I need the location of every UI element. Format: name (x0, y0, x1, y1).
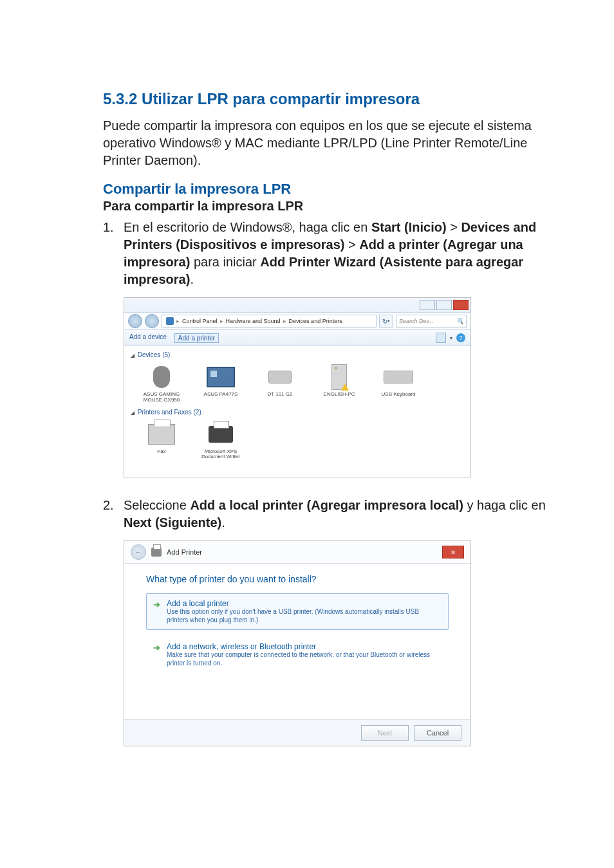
devices-row: ASUS GAMING MOUSE GX950 ASUS PA477S DT 1… (131, 360, 464, 407)
step-1-frag: En el escritorio de Windows®, haga clic … (124, 220, 371, 234)
monitor-icon (207, 367, 235, 387)
group-printers[interactable]: ◢ Printers and Faxes (2) (131, 409, 464, 416)
add-printer-link[interactable]: Add a printer (174, 333, 219, 343)
chevron-right-icon: ▸ (176, 318, 180, 324)
subheading-blue: Compartir la impresora LPR (103, 181, 556, 198)
step-2-dot: . (221, 515, 225, 530)
breadcrumb-item[interactable]: Hardware and Sound (226, 318, 281, 324)
subheading-black: Para compartir la impresora LPR (103, 199, 556, 214)
device-label: ENGLISH-PC (324, 392, 355, 398)
device-item[interactable]: ASUS PA477S (198, 364, 244, 403)
search-placeholder: Search Dev... (399, 318, 434, 324)
explorer-toolbar: Add a device Add a printer ▾ ? (124, 330, 470, 346)
breadcrumb[interactable]: ▸ Control Panel ▸ Hardware and Sound ▸ D… (162, 315, 377, 328)
wizard-heading: What type of printer do you want to inst… (146, 574, 449, 584)
printers-row: Fax Microsoft XPS Document Writer (131, 417, 464, 465)
option-add-network-printer[interactable]: ➔ Add a network, wireless or Bluetooth p… (146, 636, 449, 673)
device-label: DT 101 G2 (268, 392, 293, 398)
drive-icon (268, 371, 292, 383)
refresh-button[interactable]: ↻ ▾ (379, 315, 393, 328)
step-1: 1. En el escritorio de Windows®, haga cl… (103, 219, 556, 288)
printer-icon (209, 426, 233, 443)
step-2-bold: Next (Siguiente) (124, 515, 221, 530)
explorer-body: ◢ Devices (5) ASUS GAMING MOUSE GX950 AS… (124, 346, 470, 477)
step-2-frag: Seleccione (124, 498, 190, 512)
group-devices[interactable]: ◢ Devices (5) (131, 351, 464, 358)
option-description: Use this option only if you don't have a… (167, 608, 442, 624)
fax-icon (148, 424, 175, 445)
help-button[interactable]: ? (456, 333, 465, 342)
minimize-button[interactable] (420, 300, 435, 310)
breadcrumb-item[interactable]: Devices and Printers (289, 318, 342, 324)
intro-paragraph: Puede compartir la impresora con equipos… (103, 117, 556, 169)
printer-icon (151, 548, 162, 557)
search-input[interactable]: Search Dev... 🔍 (396, 315, 467, 328)
step-1-text: En el escritorio de Windows®, haga clic … (124, 219, 556, 288)
close-button[interactable]: ✕ (442, 546, 464, 559)
keyboard-icon (384, 371, 413, 383)
step-1-sep: > (447, 220, 461, 234)
collapse-icon: ◢ (131, 410, 135, 416)
wizard-titlebar: ← Add Printer ✕ (124, 541, 470, 564)
step-2-bold: Add a local printer (Agregar impresora l… (190, 498, 463, 512)
arrow-right-icon: ➔ (153, 643, 160, 652)
warning-icon (341, 383, 349, 391)
screenshot-devices-and-printers: ▸ Control Panel ▸ Hardware and Sound ▸ D… (124, 297, 471, 477)
explorer-nav: ▸ Control Panel ▸ Hardware and Sound ▸ D… (124, 313, 470, 330)
option-title: Add a local printer (167, 599, 442, 608)
step-1-dot: . (190, 272, 194, 286)
next-button[interactable]: Next (361, 725, 409, 741)
step-1-bold: Start (Inicio) (371, 220, 447, 234)
step-1-frag: para iniciar (190, 255, 260, 269)
mouse-icon (153, 366, 170, 388)
step-1-sep: > (344, 237, 359, 252)
refresh-icon: ↻ (382, 318, 387, 325)
control-panel-icon (166, 317, 174, 325)
step-2: 2. Seleccione Add a local printer (Agreg… (103, 497, 556, 531)
cancel-button[interactable]: Cancel (414, 725, 461, 741)
close-button[interactable] (453, 300, 469, 310)
wizard-body: What type of printer do you want to inst… (124, 564, 470, 719)
printer-label: Fax (157, 449, 165, 455)
back-button[interactable]: ← (131, 544, 146, 560)
device-item[interactable]: USB Keyboard (375, 364, 422, 403)
printer-label: Microsoft XPS Document Writer (198, 449, 244, 461)
search-icon: 🔍 (456, 318, 463, 324)
back-button[interactable] (128, 314, 142, 328)
wizard-title: Add Printer (167, 548, 202, 556)
dropdown-icon: ▾ (450, 335, 452, 341)
collapse-icon: ◢ (131, 353, 135, 358)
view-options-button[interactable] (436, 333, 446, 343)
wizard-footer: Next Cancel (124, 719, 470, 746)
device-item[interactable]: ASUS GAMING MOUSE GX950 (138, 364, 185, 403)
step-2-frag: y haga clic en (463, 498, 546, 512)
device-item[interactable]: ENGLISH-PC (316, 364, 362, 403)
group-devices-label: Devices (5) (138, 351, 171, 358)
add-device-link[interactable]: Add a device (129, 333, 167, 343)
printer-item[interactable]: Fax (138, 421, 185, 461)
screenshot-add-printer-wizard: ← Add Printer ✕ What type of printer do … (124, 540, 471, 746)
computer-icon (331, 364, 347, 390)
device-label: ASUS GAMING MOUSE GX950 (138, 392, 185, 403)
maximize-button[interactable] (436, 300, 452, 310)
device-item[interactable]: DT 101 G2 (257, 364, 303, 403)
device-label: USB Keyboard (382, 392, 416, 398)
step-2-text: Seleccione Add a local printer (Agregar … (124, 497, 556, 531)
arrow-right-icon: ➔ (153, 600, 160, 609)
step-2-number: 2. (103, 497, 124, 531)
forward-button[interactable] (145, 314, 159, 328)
option-add-local-printer[interactable]: ➔ Add a local printer Use this option on… (146, 593, 449, 630)
device-label: ASUS PA477S (204, 392, 238, 398)
window-titlebar (124, 298, 470, 313)
dropdown-icon: ▾ (387, 319, 390, 324)
chevron-right-icon: ▸ (283, 318, 286, 324)
option-description: Make sure that your computer is connecte… (167, 651, 442, 667)
option-title: Add a network, wireless or Bluetooth pri… (167, 642, 442, 651)
step-1-number: 1. (103, 219, 124, 288)
section-title: 5.3.2 Utilizar LPR para compartir impres… (103, 90, 556, 108)
chevron-right-icon: ▸ (220, 318, 223, 324)
breadcrumb-item[interactable]: Control Panel (182, 318, 218, 324)
printer-item[interactable]: Microsoft XPS Document Writer (198, 421, 244, 461)
group-printers-label: Printers and Faxes (2) (138, 409, 201, 416)
